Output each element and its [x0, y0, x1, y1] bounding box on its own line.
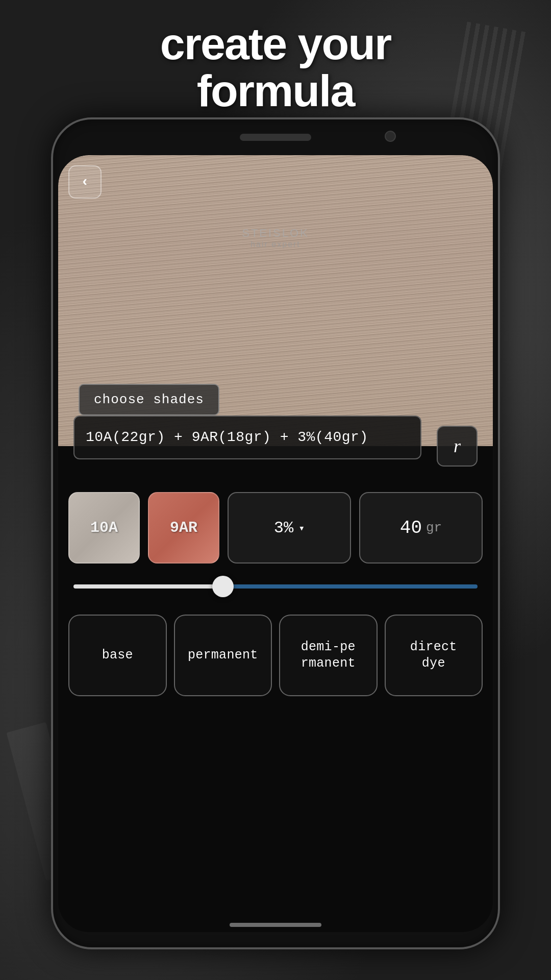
- type-button-permanent-label: permanent: [188, 647, 258, 664]
- type-button-direct-dye[interactable]: directdye: [385, 615, 483, 696]
- home-indicator: [230, 923, 321, 927]
- slider-thumb[interactable]: [212, 576, 234, 597]
- swatch-9ar-label: 9AR: [170, 519, 197, 536]
- formula-display-box: 10A(22gr) + 9AR(18gr) + 3%(40gr): [73, 415, 421, 459]
- phone-camera: [385, 131, 396, 142]
- slider-track[interactable]: [73, 584, 478, 589]
- choose-shades-label: choose shades: [94, 392, 204, 407]
- type-button-demi-permanent-label: demi-permanent: [301, 639, 356, 672]
- page-title: create your formula: [10, 20, 541, 115]
- brand-name: steislok: [242, 227, 309, 240]
- type-button-direct-dye-label: directdye: [410, 639, 457, 672]
- type-button-base[interactable]: base: [68, 615, 167, 696]
- brand-watermark: steislok hair expert: [242, 227, 309, 249]
- percent-selector[interactable]: 3% ▾: [228, 492, 351, 564]
- swatches-row: 10A 9AR 3% ▾ 40 gr: [68, 492, 483, 564]
- brand-subtitle: hair expert: [242, 240, 309, 249]
- dropdown-arrow-icon: ▾: [298, 522, 305, 534]
- type-button-permanent[interactable]: permanent: [174, 615, 272, 696]
- formula-text: 10A(22gr) + 9AR(18gr) + 3%(40gr): [86, 429, 368, 445]
- gr-unit: gr: [426, 520, 442, 535]
- phone-frame: steislok hair expert ‹ choose shades 10A…: [51, 117, 500, 949]
- type-button-base-label: base: [102, 647, 133, 664]
- slider-container: [73, 579, 478, 594]
- percent-value: 3%: [274, 519, 293, 537]
- swatch-9ar[interactable]: 9AR: [148, 492, 219, 564]
- phone-content: steislok hair expert ‹ choose shades 10A…: [58, 155, 493, 932]
- r-button-label: r: [454, 435, 461, 457]
- gr-value: 40: [400, 518, 422, 538]
- back-button[interactable]: ‹: [68, 165, 102, 199]
- r-button[interactable]: r: [437, 426, 478, 467]
- type-buttons-row: base permanent demi-permanent directdye: [68, 615, 483, 696]
- type-button-demi-permanent[interactable]: demi-permanent: [279, 615, 378, 696]
- gr-selector[interactable]: 40 gr: [359, 492, 483, 564]
- swatch-10a[interactable]: 10A: [68, 492, 140, 564]
- title-section: create your formula: [0, 10, 551, 125]
- back-icon: ‹: [81, 175, 89, 189]
- choose-shades-button[interactable]: choose shades: [79, 384, 219, 415]
- phone-speaker: [240, 134, 311, 141]
- swatch-10a-label: 10A: [90, 519, 118, 536]
